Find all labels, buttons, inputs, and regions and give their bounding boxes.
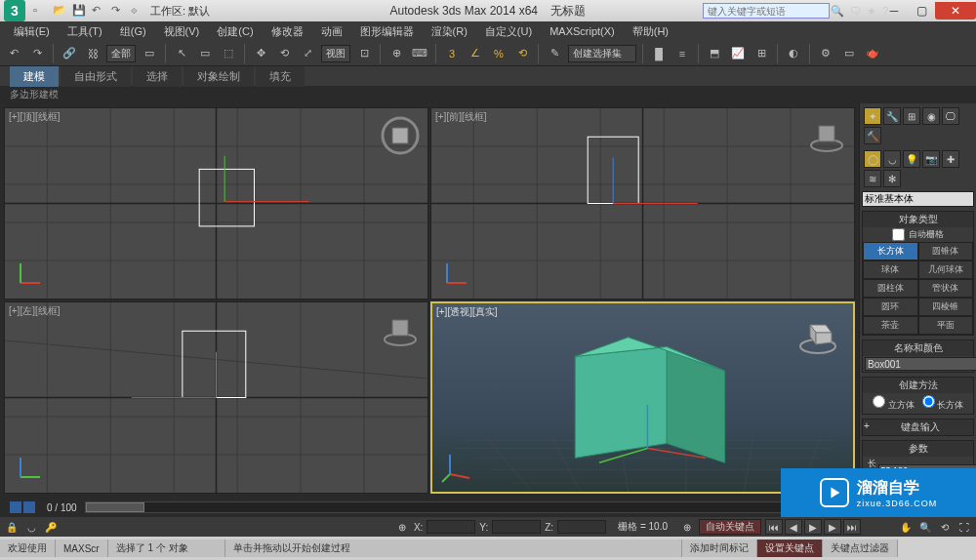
redo-icon[interactable]: ↷ <box>111 4 125 18</box>
next-frame-button[interactable]: ▶ <box>824 519 841 535</box>
undo-icon[interactable]: ↶ <box>92 4 105 18</box>
mirror-button[interactable]: ▐▌ <box>649 44 669 63</box>
material-editor-button[interactable]: ◐ <box>784 44 803 63</box>
status-maxscript[interactable]: MAXScr <box>56 540 108 557</box>
creation-method-header[interactable]: 创建方法 <box>863 378 973 393</box>
close-button[interactable]: ✕ <box>935 2 976 20</box>
y-coord-input[interactable] <box>492 520 541 534</box>
favorite-icon[interactable]: ★ <box>867 5 876 18</box>
menu-grapheditors[interactable]: 图形编辑器 <box>352 22 422 41</box>
pan-icon[interactable]: ✋ <box>898 519 914 535</box>
systems-icon[interactable]: ✻ <box>883 170 901 187</box>
help-search-input[interactable] <box>703 3 830 19</box>
render-setup-button[interactable]: ⚙ <box>816 44 835 63</box>
viewcube-left[interactable] <box>381 310 420 349</box>
z-coord-input[interactable] <box>557 520 606 534</box>
primitive-torus[interactable]: 圆环 <box>863 298 918 316</box>
open-icon[interactable]: 📂 <box>53 4 66 18</box>
manipulate-button[interactable]: ⊕ <box>386 44 406 63</box>
lights-icon[interactable]: 💡 <box>903 150 920 168</box>
primitive-geosphere[interactable]: 几何球体 <box>918 260 974 279</box>
scale-button[interactable]: ⤢ <box>298 44 317 63</box>
radio-box[interactable]: 长方体 <box>922 395 964 412</box>
menu-animation[interactable]: 动画 <box>313 22 350 41</box>
minimize-button[interactable]: ─ <box>880 2 908 20</box>
spacewarps-icon[interactable]: ≋ <box>864 170 881 187</box>
absolute-mode-icon[interactable]: ⊕ <box>394 519 410 535</box>
link-button[interactable]: 🔗 <box>60 44 79 63</box>
ribbon-tab-freeform[interactable]: 自由形式 <box>61 66 131 87</box>
menu-modifiers[interactable]: 修改器 <box>264 22 311 41</box>
geometry-icon[interactable]: ◯ <box>864 150 881 168</box>
object-name-input[interactable] <box>865 357 976 371</box>
unlink-button[interactable]: ⛓ <box>83 44 102 63</box>
edit-selection-button[interactable]: ✎ <box>545 44 564 63</box>
utilities-tab-icon[interactable]: 🔨 <box>864 127 881 144</box>
timeline-track[interactable] <box>85 501 849 513</box>
viewport-perspective[interactable]: [+][透视][真实] <box>430 301 855 494</box>
menu-rendering[interactable]: 渲染(R) <box>424 22 475 41</box>
zoom-icon[interactable]: 🔍 <box>917 519 933 535</box>
save-icon[interactable]: 💾 <box>72 4 86 18</box>
viewcube-front[interactable] <box>807 116 846 155</box>
isolate-icon[interactable]: ◡ <box>23 519 39 535</box>
schematic-button[interactable]: ⊞ <box>752 44 771 63</box>
set-key-button[interactable]: 设置关键点 <box>757 540 823 557</box>
add-time-icon[interactable]: ⊕ <box>679 519 695 535</box>
modify-tab-icon[interactable]: 🔧 <box>883 107 901 125</box>
primitive-box[interactable]: 长方体 <box>863 242 918 260</box>
communication-icon[interactable]: 🗨 <box>850 5 861 18</box>
pivot-button[interactable]: ⊡ <box>354 44 374 63</box>
name-color-header[interactable]: 名称和颜色 <box>863 340 973 356</box>
viewport-left[interactable]: [+][左][线框] <box>4 301 428 494</box>
maximize-button[interactable]: ▢ <box>908 2 935 20</box>
primitive-sphere[interactable]: 球体 <box>863 260 918 279</box>
selection-filter-dropdown[interactable]: 全部 <box>106 45 136 62</box>
hierarchy-tab-icon[interactable]: ⊞ <box>903 107 920 125</box>
keyboard-entry-header[interactable]: +键盘输入 <box>863 420 973 435</box>
goto-start-button[interactable]: ⏮ <box>765 519 783 535</box>
timeline-slider-handle[interactable] <box>86 502 144 512</box>
move-button[interactable]: ✥ <box>251 44 270 63</box>
infosearch-icon[interactable]: 🔍 <box>831 5 844 18</box>
box-object[interactable] <box>575 338 724 463</box>
helpers-icon[interactable]: ✚ <box>942 150 959 168</box>
timeline-mode-icon[interactable] <box>10 501 21 513</box>
auto-grid-checkbox[interactable] <box>892 228 905 241</box>
named-selection-dropdown[interactable]: 创建选择集 <box>568 45 636 62</box>
status-add-time-tag[interactable]: 添加时间标记 <box>682 540 757 557</box>
ribbon-tab-modeling[interactable]: 建模 <box>10 66 59 87</box>
angle-snap-button[interactable]: ∠ <box>466 44 485 63</box>
play-button[interactable]: ▶ <box>804 519 822 535</box>
redo-button[interactable]: ↷ <box>27 44 47 63</box>
lock-icon[interactable]: 🔒 <box>4 519 20 535</box>
prev-frame-button[interactable]: ◀ <box>785 519 802 535</box>
new-icon[interactable]: ▫ <box>33 4 47 18</box>
curve-editor-button[interactable]: 📈 <box>728 44 748 63</box>
menu-views[interactable]: 视图(V) <box>156 22 208 41</box>
menu-customize[interactable]: 自定义(U) <box>477 22 540 41</box>
render-button[interactable]: 🫖 <box>863 44 882 63</box>
viewport-left-label[interactable]: [+][左][线框] <box>9 304 61 318</box>
link-icon[interactable]: ⟐ <box>131 4 144 18</box>
menu-group[interactable]: 组(G) <box>112 22 154 41</box>
auto-key-button[interactable]: 自动关键点 <box>699 519 761 535</box>
menu-edit[interactable]: 编辑(E) <box>6 22 58 41</box>
menu-maxscript[interactable]: MAXScript(X) <box>542 23 623 39</box>
reference-coord-dropdown[interactable]: 视图 <box>321 45 350 62</box>
viewport-front-label[interactable]: [+][前][线框] <box>435 110 487 124</box>
ribbon-tab-objectpaint[interactable]: 对象绘制 <box>183 66 254 87</box>
maximize-viewport-icon[interactable]: ⛶ <box>956 519 972 535</box>
align-button[interactable]: ≡ <box>672 44 692 63</box>
spinner-snap-button[interactable]: ⟲ <box>512 44 532 63</box>
viewcube-top[interactable] <box>381 116 420 155</box>
primitive-category-dropdown[interactable]: 标准基本体 <box>862 191 974 207</box>
ribbon-tab-selection[interactable]: 选择 <box>133 66 182 87</box>
select-button[interactable]: ▭ <box>140 44 159 63</box>
undo-button[interactable]: ↶ <box>4 44 23 63</box>
layer-button[interactable]: ⬒ <box>705 44 724 63</box>
keyboard-shortcut-button[interactable]: ⌨ <box>410 44 429 63</box>
ribbon-tab-populate[interactable]: 填充 <box>256 66 305 87</box>
viewport-top-label[interactable]: [+][顶][线框] <box>9 110 61 124</box>
menu-create[interactable]: 创建(C) <box>209 22 261 41</box>
